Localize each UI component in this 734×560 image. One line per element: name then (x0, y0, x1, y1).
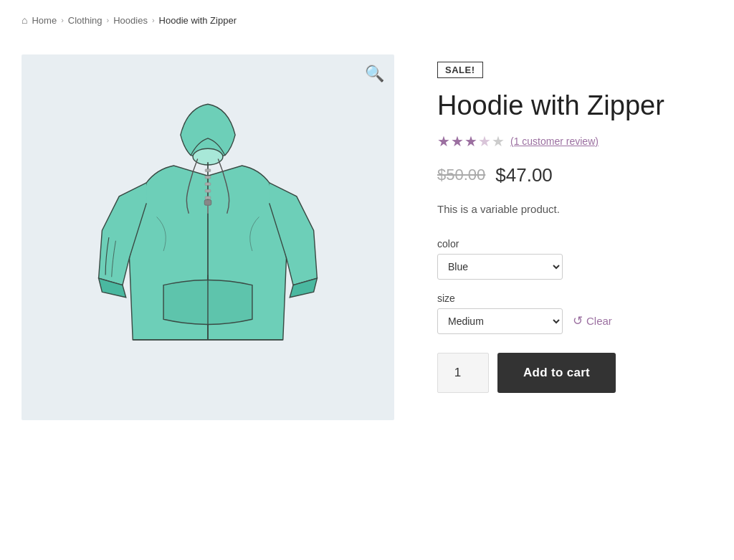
svg-rect-5 (205, 189, 211, 192)
color-label: color (437, 238, 712, 250)
color-select[interactable]: Blue Green Red (437, 254, 563, 280)
clear-link[interactable]: ↺ Clear (573, 313, 612, 328)
add-to-cart-row: Add to cart (437, 353, 712, 393)
size-select[interactable]: Small Medium Large XL (437, 308, 563, 334)
sale-badge: SALE! (437, 62, 483, 78)
star-3: ★ (464, 133, 477, 150)
svg-rect-7 (204, 200, 211, 206)
size-variation-group: size Small Medium Large XL ↺ Clear (437, 293, 712, 334)
svg-rect-2 (205, 169, 211, 172)
price-original: $50.00 (437, 166, 485, 184)
product-title: Hoodie with Zipper (437, 90, 712, 123)
product-image-wrapper: 🔍 (22, 54, 394, 420)
breadcrumb-clothing-link[interactable]: Clothing (68, 15, 103, 26)
product-description: This is a variable product. (437, 201, 712, 218)
clear-label: Clear (586, 315, 612, 327)
breadcrumb-home-link[interactable]: Home (32, 15, 57, 26)
price-row: $50.00 $47.00 (437, 164, 712, 186)
clear-icon: ↺ (573, 313, 583, 328)
review-link[interactable]: (1 customer review) (510, 136, 599, 147)
star-2: ★ (451, 133, 464, 150)
quantity-input[interactable] (437, 353, 489, 393)
breadcrumb-separator: › (152, 16, 155, 24)
product-details: SALE! Hoodie with Zipper ★ ★ ★ ★ ★ (1 cu… (437, 54, 712, 393)
zoom-icon[interactable]: 🔍 (365, 65, 384, 83)
breadcrumb-separator: › (107, 16, 110, 24)
home-icon: ⌂ (22, 14, 27, 26)
color-variation-group: color Blue Green Red (437, 238, 712, 280)
breadcrumb-hoodies-link[interactable]: Hoodies (113, 15, 148, 26)
star-rating: ★ ★ ★ ★ ★ (437, 133, 505, 150)
size-label: size (437, 293, 712, 304)
star-4: ★ (478, 133, 491, 150)
breadcrumb-separator: › (61, 16, 64, 24)
price-sale: $47.00 (495, 164, 553, 186)
star-5: ★ (492, 133, 505, 150)
product-container: 🔍 (22, 54, 712, 420)
rating-row: ★ ★ ★ ★ ★ (1 customer review) (437, 133, 712, 150)
svg-rect-6 (205, 196, 211, 199)
svg-rect-3 (205, 176, 211, 179)
star-1: ★ (437, 133, 450, 150)
breadcrumb-current-page: Hoodie with Zipper (159, 15, 237, 26)
size-variation-row: Small Medium Large XL ↺ Clear (437, 308, 712, 334)
add-to-cart-button[interactable]: Add to cart (497, 353, 616, 393)
breadcrumb: ⌂ Home › Clothing › Hoodies › Hoodie wit… (22, 14, 712, 26)
page-wrapper: ⌂ Home › Clothing › Hoodies › Hoodie wit… (0, 0, 734, 435)
svg-rect-4 (205, 183, 211, 186)
product-image (75, 94, 340, 381)
